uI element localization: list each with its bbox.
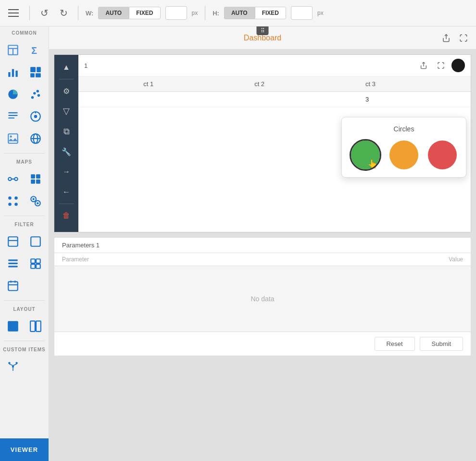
svg-rect-58 xyxy=(36,321,41,332)
width-auto-button[interactable]: AUTO xyxy=(98,7,129,19)
separator-3 xyxy=(205,6,205,20)
sidebar-divider-1 xyxy=(4,153,45,154)
undo-button[interactable] xyxy=(37,6,51,20)
common-section-label: COMMON xyxy=(0,26,49,38)
pie-chart-item[interactable] xyxy=(2,84,24,105)
widget-tool-sep-1 xyxy=(59,79,74,79)
svg-point-28 xyxy=(14,178,18,181)
separator-1 xyxy=(29,6,30,20)
filter-box-item[interactable] xyxy=(25,231,47,252)
svg-rect-33 xyxy=(36,179,40,184)
svg-rect-18 xyxy=(8,117,14,118)
widget-filter-button[interactable]: ▽ xyxy=(58,102,75,120)
color-orange[interactable] xyxy=(389,141,418,169)
filter-section-label: FILTER xyxy=(0,218,49,229)
widget-expand-button[interactable] xyxy=(434,59,448,72)
params-no-data: No data xyxy=(54,266,471,332)
svg-text:Σ: Σ xyxy=(32,45,38,56)
map-groups-item[interactable] xyxy=(25,191,47,212)
widget-arrow-left-button[interactable]: ← xyxy=(58,183,75,201)
custom-item[interactable] xyxy=(2,356,24,377)
table-cell-1 xyxy=(138,92,249,107)
svg-point-36 xyxy=(8,203,12,206)
layout2-item[interactable] xyxy=(25,316,47,337)
filter-list-item[interactable] xyxy=(2,253,24,274)
redo-button[interactable] xyxy=(56,6,71,20)
color-picker-popup: Circles 👆 xyxy=(341,117,466,178)
image-item[interactable] xyxy=(2,128,24,149)
gauge-item[interactable] xyxy=(25,106,47,127)
table-col-1: ct 1 xyxy=(138,77,249,92)
svg-rect-9 xyxy=(30,73,35,77)
svg-rect-16 xyxy=(8,112,18,113)
widget-color-indicator[interactable] xyxy=(451,59,465,72)
table-col-2: ct 2 xyxy=(249,77,360,92)
color-green[interactable]: 👆 xyxy=(351,141,380,169)
treemap-item[interactable] xyxy=(25,62,47,83)
reset-button[interactable]: Reset xyxy=(375,337,415,351)
svg-point-59 xyxy=(8,362,10,364)
canvas-area: ⠿ Dashboard ▲ ⚙ ▽ xyxy=(49,26,476,461)
widget-share-button[interactable] xyxy=(417,59,430,72)
custom-icons-grid xyxy=(0,354,49,379)
svg-rect-6 xyxy=(15,71,17,77)
map-dots-item[interactable] xyxy=(2,191,24,212)
scatter-item[interactable] xyxy=(25,84,47,105)
text-widget-item[interactable] xyxy=(2,106,24,127)
calendar-item[interactable] xyxy=(2,275,24,296)
geo-item[interactable] xyxy=(25,128,47,149)
custom-items-label: CUSTOM ITEMS xyxy=(0,343,49,354)
filter-image-item[interactable] xyxy=(2,231,24,252)
sigma-widget-item[interactable]: Σ xyxy=(25,39,47,61)
dashboard-expand-button[interactable] xyxy=(457,31,470,45)
sidebar-divider-4 xyxy=(4,341,45,341)
widget-arrow-right-button[interactable]: → xyxy=(58,163,75,180)
drag-handle[interactable]: ⠿ xyxy=(257,26,269,35)
svg-rect-51 xyxy=(36,264,40,269)
map-nodes-item[interactable] xyxy=(2,168,24,190)
svg-rect-30 xyxy=(31,174,36,179)
maps-section-label: MAPS xyxy=(0,155,49,166)
width-btn-group: AUTO FIXED xyxy=(98,7,160,19)
table-widget-item[interactable] xyxy=(2,39,24,61)
viewer-button[interactable]: VIEWER xyxy=(0,438,49,461)
height-fixed-button[interactable]: FIXED xyxy=(255,7,286,19)
svg-rect-31 xyxy=(36,174,40,179)
data-table: ct 1 ct 2 ct 3 3 xyxy=(78,77,471,107)
width-input[interactable] xyxy=(165,6,187,20)
table-cell-0 xyxy=(78,92,138,107)
submit-button[interactable]: Submit xyxy=(420,337,463,351)
color-red[interactable] xyxy=(428,141,457,169)
color-circles: 👆 xyxy=(350,141,458,169)
layout1-item[interactable] xyxy=(2,316,24,337)
dashboard-share-button[interactable] xyxy=(439,31,453,45)
svg-point-35 xyxy=(14,196,18,200)
params-col-value: Value xyxy=(449,256,463,263)
table-header-row: ct 1 ct 2 ct 3 xyxy=(78,77,471,92)
width-fixed-button[interactable]: FIXED xyxy=(129,7,160,19)
svg-rect-45 xyxy=(8,259,18,261)
svg-point-12 xyxy=(31,96,34,99)
height-input[interactable] xyxy=(291,6,313,20)
separator-2 xyxy=(78,6,78,20)
left-sidebar: COMMON Σ xyxy=(0,26,49,461)
widget-wrench-button[interactable]: 🔧 xyxy=(58,143,75,160)
svg-point-61 xyxy=(15,362,17,364)
color-picker-title: Circles xyxy=(350,125,458,133)
bar-chart-item[interactable] xyxy=(2,62,24,83)
widget-delete-button[interactable]: 🗑 xyxy=(58,207,75,224)
map-squares-item[interactable] xyxy=(25,168,47,190)
height-auto-button[interactable]: AUTO xyxy=(224,7,255,19)
widget-settings-button[interactable]: ⚙ xyxy=(58,82,75,100)
height-px-label: px xyxy=(317,10,324,16)
top-toolbar: W: AUTO FIXED px H: AUTO FIXED px xyxy=(0,0,476,26)
svg-point-60 xyxy=(12,366,14,368)
filter-multi-item[interactable] xyxy=(25,253,47,274)
params-header: Parameters 1 xyxy=(54,238,471,253)
widget-up-button[interactable]: ▲ xyxy=(58,59,75,76)
widget-copy-button[interactable]: ⧉ xyxy=(58,123,75,140)
main-layout: COMMON Σ xyxy=(0,26,476,461)
filter-icons-grid xyxy=(0,229,49,298)
menu-button[interactable] xyxy=(5,4,22,22)
widget-container: ▲ ⚙ ▽ ⧉ 🔧 → ← 🗑 1 xyxy=(49,50,476,461)
